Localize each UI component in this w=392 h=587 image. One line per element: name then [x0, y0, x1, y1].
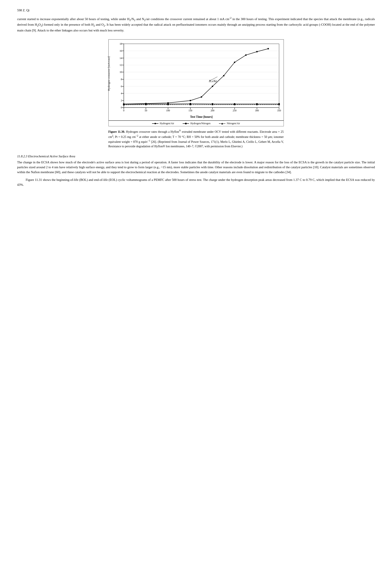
svg-point-81: [185, 123, 187, 124]
svg-text:250: 250: [233, 109, 236, 112]
svg-text:0: 0: [123, 109, 124, 112]
svg-rect-55: [234, 61, 235, 63]
svg-text:300: 300: [255, 109, 259, 112]
svg-text:0: 0: [120, 106, 122, 109]
section-heading: 11.8.2.3 Electrochemical Active Surface …: [17, 154, 375, 158]
svg-text:50: 50: [144, 109, 147, 112]
intro-paragraph: current started to increase exponentiall…: [17, 16, 375, 33]
svg-text:14: 14: [119, 57, 122, 60]
svg-text:350: 350: [277, 109, 281, 112]
legend-item-h2n2: Hydrogen/Nitrogen: [183, 122, 210, 125]
svg-text:150: 150: [188, 109, 192, 112]
svg-rect-52: [200, 96, 202, 98]
legend-item-n2air: Nitrogen/Air: [219, 122, 240, 125]
svg-text:10: 10: [119, 70, 122, 73]
svg-text:₂/Air: ₂/Air: [211, 79, 217, 83]
svg-text:16: 16: [119, 49, 122, 52]
svg-rect-54: [223, 75, 224, 76]
svg-text:18: 18: [119, 42, 122, 45]
legend-item-h2air: Hydrogen/Air: [152, 122, 174, 125]
figure-caption: Figure 11.30. Hydrogen crossover rates t…: [108, 129, 284, 149]
svg-rect-79: [154, 123, 156, 124]
chart-area: Hydrogen crossover [mA/cm2] Test Time [h…: [108, 39, 284, 120]
svg-text:200: 200: [210, 109, 214, 112]
svg-text:2: 2: [120, 99, 122, 102]
section-paragraph-1: The change in the ECSA shows how much of…: [17, 160, 375, 175]
svg-text:4: 4: [120, 92, 122, 95]
section-paragraph-2: Figure 11.31 shows the beginning-of-life…: [17, 177, 375, 187]
svg-rect-57: [256, 51, 258, 52]
svg-rect-56: [245, 54, 246, 56]
svg-text:12: 12: [119, 63, 122, 66]
page-header: 598 Z. Qi: [17, 8, 375, 12]
svg-rect-58: [268, 48, 269, 49]
svg-text:100: 100: [166, 109, 170, 112]
figure-container: Hydrogen crossover [mA/cm2] Test Time [h…: [108, 39, 284, 149]
svg-rect-53: [212, 86, 213, 87]
svg-text:H: H: [208, 79, 211, 83]
svg-rect-51: [190, 100, 191, 101]
svg-text:6: 6: [120, 85, 122, 88]
svg-text:8: 8: [120, 78, 122, 81]
chart-legend: Hydrogen/Air Hydrogen/Nitrogen Nitrogen/…: [108, 120, 284, 126]
